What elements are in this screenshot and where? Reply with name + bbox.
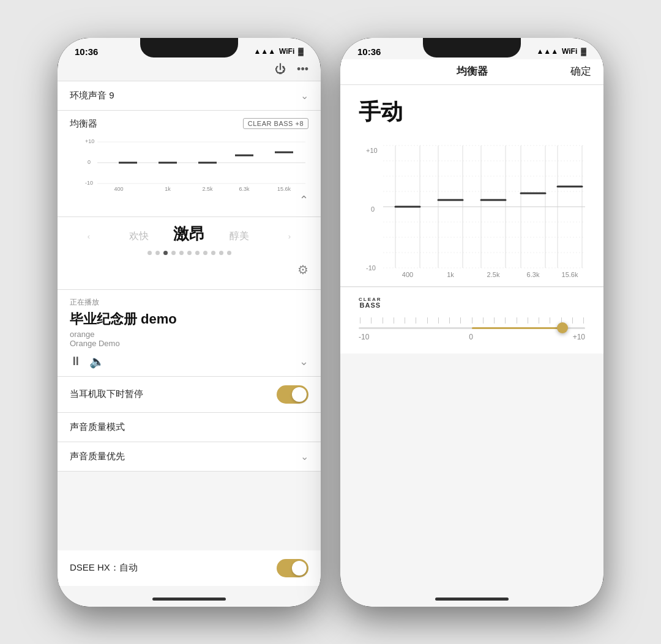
dot-8 (211, 251, 215, 255)
dsee-section: DSEE HX：自动 (58, 550, 321, 586)
svg-text:15.6k: 15.6k (562, 271, 578, 278)
clear-bass-slider[interactable]: -10 0 +10 (359, 317, 585, 341)
dot-1 (155, 251, 160, 255)
cb-header: CLEAR BASS (359, 297, 585, 309)
eq-chart-svg-2[interactable]: +10 0 -10 (359, 139, 585, 280)
cb-slider-handle[interactable] (557, 322, 568, 333)
notch-2 (423, 38, 521, 57)
sound-quality-priority-section[interactable]: 声音质量优先 ⌄ (58, 442, 321, 471)
time-1: 10:36 (75, 46, 98, 57)
svg-text:-10: -10 (366, 264, 376, 272)
svg-text:0: 0 (371, 205, 375, 213)
mood-item-jiang[interactable]: 激昂 (164, 223, 214, 245)
dot-3 (171, 251, 176, 255)
eq-collapse-icon[interactable]: ⌃ (299, 193, 308, 207)
mood-dots (58, 251, 321, 255)
dot-2 (163, 251, 168, 255)
pause-on-remove-toggle[interactable] (277, 385, 308, 404)
svg-text:6.3k: 6.3k (239, 186, 250, 191)
phone-2-screen: 10:36 ▲▲▲ WiFi ▓ 均衡器 确定 手动 (340, 38, 603, 607)
mood-item-kuaile[interactable]: 欢快 (114, 230, 164, 243)
svg-text:-10: -10 (85, 180, 93, 186)
cb-max-label: +10 (573, 333, 585, 341)
ambient-section[interactable]: 环境声音 9 ⌄ (58, 81, 321, 110)
home-indicator-1 (152, 598, 226, 601)
player-chevron[interactable]: ⌄ (299, 355, 308, 368)
dsee-toggle[interactable] (277, 559, 308, 577)
eq-chart-svg-1: +10 0 -10 (70, 136, 308, 191)
svg-text:0: 0 (88, 159, 91, 165)
volume-icon[interactable]: 🔈 (89, 354, 105, 369)
toggle-knob-1 (292, 387, 307, 402)
dot-6 (195, 251, 200, 255)
battery-icon-2: ▓ (581, 47, 586, 56)
player-left: ⏸ 🔈 (70, 354, 105, 369)
manual-title: 手动 (359, 97, 585, 127)
toggle-knob-2 (292, 561, 307, 576)
cb-slider-labels: -10 0 +10 (359, 333, 585, 341)
svg-text:2.5k: 2.5k (487, 271, 500, 278)
nav-bar-1: ⏻ ••• (58, 59, 321, 81)
pause-button[interactable]: ⏸ (70, 354, 82, 368)
notch-1 (140, 38, 238, 57)
mood-next2: › (264, 232, 315, 241)
sound-quality-mode-label: 声音质量模式 (70, 421, 125, 432)
sound-quality-priority-chevron[interactable]: ⌄ (301, 451, 308, 462)
home-indicator-2 (435, 598, 509, 601)
signal-icon-2: ▲▲▲ (536, 47, 558, 56)
eq-badge[interactable]: CLEAR BASS +8 (243, 118, 308, 129)
wifi-icon-2: WiFi (562, 47, 577, 56)
phone-1: 10:36 ▲▲▲ WiFi ▓ ⏻ ••• 环境声音 9 ⌄ (58, 38, 321, 607)
divider-8 (58, 471, 321, 472)
player-controls: ⏸ 🔈 ⌄ (70, 354, 308, 369)
dot-5 (187, 251, 192, 255)
phones-container: 10:36 ▲▲▲ WiFi ▓ ⏻ ••• 环境声音 9 ⌄ (58, 38, 603, 607)
phone2-nav: 均衡器 确定 (340, 59, 603, 84)
cb-slider-fill (472, 327, 562, 329)
eq-label: 均衡器 (70, 118, 97, 130)
pause-on-remove-section: 当耳机取下时暂停 (58, 377, 321, 412)
svg-text:6.3k: 6.3k (527, 271, 540, 278)
ambient-label: 环境声音 9 (70, 90, 114, 102)
svg-text:15.6k: 15.6k (277, 186, 291, 191)
eq-chart-1: +10 0 -10 (70, 136, 308, 191)
song-artist: orange (70, 330, 308, 339)
dsee-label: DSEE HX：自动 (70, 562, 138, 574)
status-icons-1: ▲▲▲ WiFi ▓ (253, 47, 304, 56)
svg-text:1k: 1k (447, 271, 454, 278)
dot-0 (148, 251, 152, 255)
cb-mid-label: 0 (469, 333, 473, 341)
more-icon[interactable]: ••• (297, 63, 308, 76)
now-playing-section: 正在播放 毕业纪念册 demo orange Orange Demo ⏸ 🔈 ⌄ (58, 290, 321, 376)
time-2: 10:36 (357, 46, 381, 57)
cb-slider-track (359, 327, 585, 329)
gear-icon[interactable]: ⚙ (297, 262, 308, 277)
status-icons-2: ▲▲▲ WiFi ▓ (536, 47, 586, 56)
sound-quality-priority-label: 声音质量优先 (70, 451, 125, 462)
song-album: Orange Demo (70, 339, 308, 348)
svg-text:1k: 1k (165, 186, 171, 191)
dot-9 (219, 251, 223, 255)
wifi-icon-1: WiFi (279, 47, 294, 56)
clear-bass-section: CLEAR BASS (340, 287, 603, 353)
clear-bass-label-bottom: BASS (360, 302, 381, 309)
dot-10 (227, 251, 231, 255)
eq-section: 均衡器 CLEAR BASS +8 +10 0 -10 (58, 111, 321, 217)
phone2-title: 均衡器 (389, 64, 555, 78)
pause-on-remove-label: 当耳机取下时暂停 (70, 388, 143, 400)
mood-item-chunmei[interactable]: 醇美 (214, 230, 264, 243)
cb-min-label: -10 (359, 333, 369, 341)
mood-section: ‹ 欢快 激昂 醇美 › (58, 217, 321, 289)
svg-text:400: 400 (402, 271, 413, 278)
phone2-confirm[interactable]: 确定 (555, 64, 591, 78)
phone-2: 10:36 ▲▲▲ WiFi ▓ 均衡器 确定 手动 (340, 38, 603, 607)
ambient-chevron[interactable]: ⌄ (301, 90, 308, 102)
song-title: 毕业纪念册 demo (70, 310, 308, 328)
svg-text:+10: +10 (85, 138, 94, 144)
power-icon[interactable]: ⏻ (275, 63, 286, 76)
mood-prev2: ‹ (64, 232, 114, 241)
battery-icon-1: ▓ (298, 47, 304, 56)
clear-bass-logo: CLEAR BASS (359, 297, 382, 309)
settings-row: ⚙ (58, 260, 321, 281)
svg-text:+10: +10 (366, 147, 378, 154)
